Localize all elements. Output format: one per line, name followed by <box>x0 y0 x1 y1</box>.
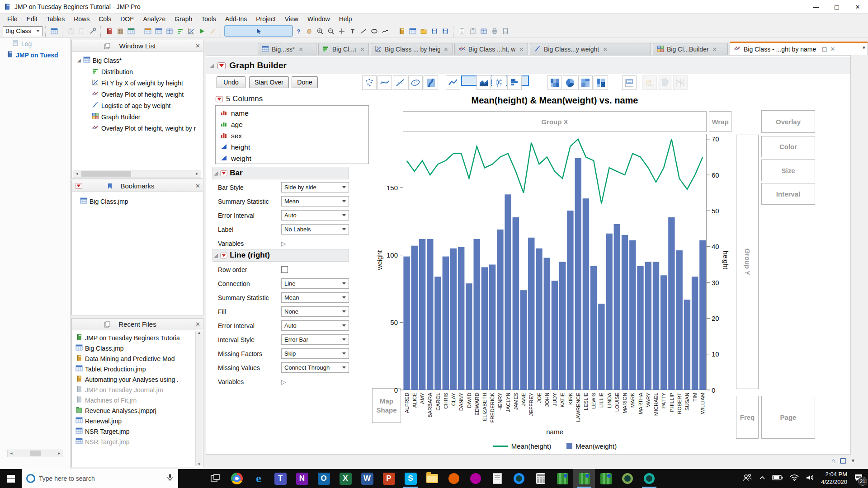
bar-JUDY[interactable] <box>552 281 558 390</box>
tree-item[interactable]: Graph Builder <box>76 111 202 122</box>
save-all-icon[interactable] <box>429 26 439 36</box>
print-icon[interactable] <box>490 26 500 36</box>
tree-item[interactable]: Distribution <box>76 66 202 77</box>
menu-addins[interactable]: Add-Ins <box>221 14 251 23</box>
tab-5[interactable]: Big Class...y weight✕ <box>530 43 651 55</box>
bar-DAVID[interactable] <box>466 283 472 390</box>
bar-bar-style-select[interactable]: Side by side <box>281 182 349 192</box>
join-tables-icon[interactable] <box>165 26 175 36</box>
crosshair-icon[interactable] <box>337 26 347 36</box>
collapse-icon[interactable]: ◢ <box>214 170 218 176</box>
recent-file-item[interactable]: Machines of Fit.jrn <box>75 395 195 405</box>
new-journal-icon[interactable] <box>397 26 407 36</box>
bar-PATTY[interactable] <box>660 275 667 390</box>
bar-MARTHA[interactable] <box>637 266 643 390</box>
wifi-icon[interactable] <box>789 474 799 483</box>
jmp-icon-active[interactable] <box>573 469 595 488</box>
fit-yx-icon[interactable]: yx <box>186 26 196 36</box>
grabber-icon[interactable] <box>304 26 314 36</box>
start-button[interactable] <box>0 469 22 488</box>
bar-MARION[interactable] <box>622 235 628 390</box>
recent-files-scrollbar[interactable]: ▲ ▼ <box>195 331 203 466</box>
anyconnect-icon[interactable] <box>617 469 638 488</box>
menu-rows[interactable]: Rows <box>69 14 94 23</box>
close-icon[interactable]: ✕ <box>195 42 200 49</box>
bar-JEFFREY[interactable] <box>528 238 534 390</box>
jmp-icon[interactable] <box>595 469 617 488</box>
tab-4[interactable]: Big Class ...ht, weight✕ <box>454 43 528 55</box>
group-y-drop-zone[interactable]: Group Y <box>736 135 759 389</box>
tab-7[interactable]: Big Class - ...ght by name□✕ <box>730 42 868 55</box>
jmp-icon[interactable] <box>552 469 573 488</box>
volume-icon[interactable] <box>806 474 815 483</box>
tab-close-icon[interactable]: ✕ <box>298 46 303 53</box>
tree-item[interactable]: yxFit Y by X of weight by height <box>76 77 202 89</box>
disclosure-icon[interactable]: ▷ <box>281 240 349 247</box>
run-script-icon[interactable] <box>197 26 207 36</box>
bar-DANNY[interactable] <box>458 247 464 390</box>
bar-LEWIS[interactable] <box>590 266 597 390</box>
notification-center-button[interactable]: 21 <box>854 473 863 484</box>
app-icon-magenta[interactable] <box>465 469 486 488</box>
edge-icon[interactable]: e <box>248 469 269 488</box>
notepad-icon[interactable] <box>486 469 508 488</box>
bookmark-item[interactable]: Big Class.jmp <box>79 196 202 207</box>
freq-drop-zone[interactable]: Freq <box>736 396 759 439</box>
bar-error-interval-select[interactable]: Auto <box>281 210 349 221</box>
summary-icon[interactable] <box>154 26 164 36</box>
bar-ROBERT[interactable] <box>676 250 683 390</box>
bar-WILLIAM[interactable] <box>699 240 706 390</box>
tab-1[interactable]: Big...ss*✕ <box>258 43 316 55</box>
line-connection-select[interactable]: Line <box>281 278 349 289</box>
maximize-button[interactable]: ▢ <box>826 0 847 14</box>
copy-page-icon[interactable] <box>457 26 467 36</box>
lasso-icon[interactable] <box>380 26 390 36</box>
bar-MICHAEL[interactable] <box>653 262 659 390</box>
layout-icon[interactable] <box>479 26 489 36</box>
bar-JOE[interactable] <box>536 249 542 390</box>
arrow-cursor-icon[interactable] <box>225 26 292 36</box>
wrap-drop-zone[interactable]: Wrap <box>709 111 731 132</box>
start-over-button[interactable]: Start Over <box>249 76 289 88</box>
bar-JOHN[interactable] <box>544 258 550 390</box>
bar-summary-statistic-select[interactable]: Mean <box>281 196 349 206</box>
element-line-icon[interactable] <box>446 75 460 90</box>
undo-button[interactable]: Undo <box>217 76 245 88</box>
element-histogram-icon[interactable] <box>507 75 522 90</box>
element-heatmap-icon[interactable] <box>547 75 562 90</box>
paste-icon[interactable] <box>468 26 478 36</box>
page-drop-zone[interactable]: Page <box>761 396 815 439</box>
bar-CHRIS[interactable] <box>443 257 449 390</box>
disclosure-icon[interactable]: ▷ <box>281 378 349 385</box>
recent-file-item[interactable]: Renewal.jmp <box>75 416 195 426</box>
photos-icon[interactable] <box>508 469 530 488</box>
element-contour-icon[interactable] <box>424 75 438 90</box>
scroll-down-icon[interactable]: ▼ <box>198 462 201 466</box>
element-smoother-icon[interactable] <box>377 75 392 90</box>
menu-tables[interactable]: Tables <box>42 14 69 23</box>
recent-file-item[interactable]: JMP on Tuesday Beginers Tutoria <box>75 333 195 343</box>
bar-JANE[interactable] <box>520 290 527 390</box>
color-drop-zone[interactable]: Color <box>761 136 815 157</box>
tree-item[interactable]: Overlay Plot of height, weight by r <box>76 122 202 134</box>
bar-CLAY[interactable] <box>450 249 457 390</box>
menu-edit[interactable]: Edit <box>22 14 42 23</box>
element-pie-icon[interactable] <box>563 75 577 90</box>
line-missing-factors-select[interactable]: Skip <box>281 348 349 359</box>
bar-JAMES[interactable] <box>513 217 519 390</box>
zoom-in-icon[interactable] <box>315 26 325 36</box>
recent-file-item[interactable]: NSR Target.jmp <box>75 426 195 436</box>
tab-2[interactable]: Big Cl...ution✕ <box>318 43 369 55</box>
menu-tools[interactable]: Tools <box>197 14 221 23</box>
people-icon[interactable] <box>742 473 752 484</box>
bar-ALICE[interactable] <box>411 246 418 390</box>
chrome-icon[interactable] <box>226 469 248 488</box>
scroll-thumb[interactable] <box>81 171 131 177</box>
column-item-weight[interactable]: weight <box>220 153 368 164</box>
help-icon[interactable]: ? <box>293 26 303 36</box>
teams-icon[interactable]: T <box>269 469 291 488</box>
tab-close-icon[interactable]: ✕ <box>830 46 835 52</box>
powerpoint-icon[interactable]: P <box>378 469 400 488</box>
tab-list-button[interactable]: ▼ <box>862 45 866 50</box>
menu-project[interactable]: Project <box>251 14 280 23</box>
